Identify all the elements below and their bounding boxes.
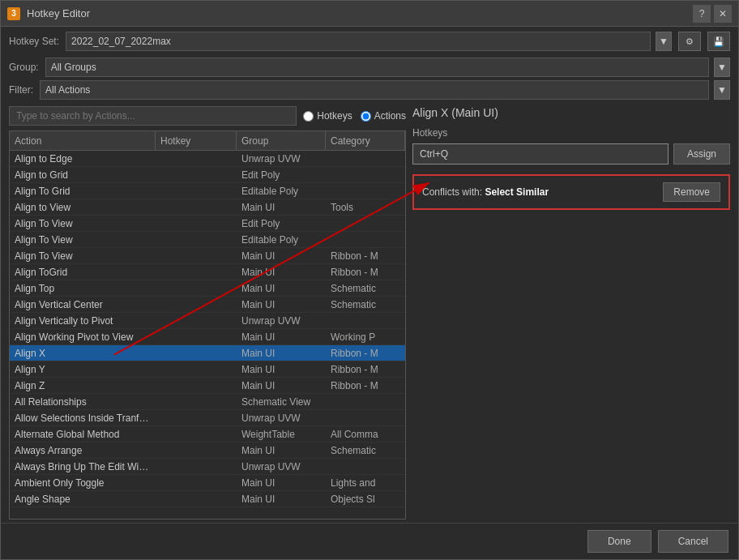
filter-dropdown[interactable]: All Actions [40,80,709,100]
remove-button[interactable]: Remove [663,182,720,202]
radio-hotkeys-input[interactable] [303,111,314,122]
table-row[interactable]: Align Z Main UI Ribbon - M [10,378,405,394]
th-category: Category [326,131,405,150]
table-row[interactable]: All Relationships Schematic View [10,394,405,410]
td-action: Always Bring Up The Edit Window [10,461,156,472]
filter-arrow[interactable]: ▼ [714,80,730,100]
table-row[interactable]: Align Vertical Center Main UI Schematic [10,297,405,313]
table-row[interactable]: Always Bring Up The Edit Window Unwrap U… [10,459,405,475]
table-row[interactable]: Align ToGrid Main UI Ribbon - M [10,264,405,280]
td-action: Align to Edge [10,153,156,165]
table-body[interactable]: Align to Edge Unwrap UVW Align to Grid E… [9,150,406,519]
td-group: Schematic View [237,396,326,408]
table-row[interactable]: Align To View Editable Poly [10,232,405,248]
table-row[interactable]: Align To View Main UI Ribbon - M [10,248,405,264]
td-action: Align To View [10,250,156,262]
close-button[interactable]: ✕ [714,5,732,23]
hotkey-set-arrow[interactable]: ▼ [656,32,672,51]
table-row[interactable]: Align Working Pivot to View Main UI Work… [10,329,405,345]
td-action: Align X [10,348,156,359]
save-button[interactable]: 💾 [707,32,730,51]
group-arrow[interactable]: ▼ [714,58,730,77]
hotkeys-section-label: Hotkeys [412,127,730,139]
table-row[interactable]: Ambient Only Toggle Main UI Lights and [10,475,405,491]
td-group: Main UI [237,445,326,456]
hotkey-input[interactable] [412,143,669,165]
radio-group: Hotkeys Actions [303,110,406,122]
table-row[interactable]: Align X Main UI Ribbon - M [10,345,405,361]
dialog-title: Hotkey Editor [27,7,90,19]
filter-label: Filter: [9,84,33,96]
table-row[interactable]: Angle Shape Main UI Objects Sl [10,491,405,507]
table-row[interactable]: Always Arrange Main UI Schematic [10,442,405,459]
hotkey-set-label: Hotkey Set: [9,36,59,47]
td-group: Main UI [237,202,326,213]
td-group: Editable Poly [237,234,326,246]
right-panel: Align X (Main UI) Hotkeys Assign Conflic… [412,106,730,519]
td-category: All Comma [326,429,405,440]
title-bar: 3 Hotkey Editor ? ✕ [1,1,738,27]
table-header: Action Hotkey Group Category [9,130,406,150]
td-category: Schematic [326,283,405,294]
td-category: Schematic [326,299,405,310]
th-hotkey: Hotkey [156,131,237,150]
table-row[interactable]: Alternate Global Method WeightTable All … [10,426,405,442]
td-group: Main UI [237,380,326,391]
td-action: Ambient Only Toggle [10,477,156,489]
conflict-text: Conflicts with: Select Similar [422,186,549,198]
td-category: Ribbon - M [326,364,405,375]
td-action: All Relationships [10,396,156,408]
td-group: Main UI [237,267,326,278]
td-group: Unwrap UVW [237,153,326,165]
td-group: Main UI [237,364,326,375]
app-icon: 3 [7,7,20,20]
td-action: Align Y [10,364,156,375]
td-group: Main UI [237,283,326,294]
table-row[interactable]: Align to View Main UI Tools [10,199,405,216]
conflict-action: Select Similar [485,186,549,198]
td-group: Editable Poly [237,186,326,197]
table-row[interactable]: Align Vertically to Pivot Unwrap UVW [10,313,405,329]
radio-hotkeys-label: Hotkeys [317,110,352,122]
td-category: Tools [326,202,405,213]
td-action: Allow Selections Inside Tranform ... [10,413,156,424]
td-action: Align Working Pivot to View [10,331,156,343]
radio-hotkeys[interactable]: Hotkeys [303,110,352,122]
done-button[interactable]: Done [587,530,651,553]
table-row[interactable]: Align To Grid Editable Poly [10,183,405,199]
radio-actions-label: Actions [374,110,406,122]
filter-row: Filter: All Actions ▼ [1,79,738,103]
td-action: Always Arrange [10,445,156,456]
group-row: Group: All Groups ▼ [1,56,738,79]
td-category: Ribbon - M [326,380,405,391]
table-row[interactable]: Align to Edge Unwrap UVW [10,151,405,167]
hotkey-set-row: Hotkey Set: 2022_02_07_2022max ▼ ⚙ 💾 [1,27,738,56]
td-group: WeightTable [237,429,326,440]
table-row[interactable]: Align Top Main UI Schematic [10,280,405,297]
radio-actions[interactable]: Actions [361,110,406,122]
td-action: Align Top [10,283,156,294]
table-row[interactable]: Align Y Main UI Ribbon - M [10,361,405,378]
radio-actions-input[interactable] [361,111,371,122]
help-button[interactable]: ? [693,5,711,23]
table-row[interactable]: Align To View Edit Poly [10,216,405,232]
settings-button[interactable]: ⚙ [678,32,701,51]
td-group: Main UI [237,348,326,359]
td-action: Align To Grid [10,186,156,197]
td-group: Unwrap UVW [237,315,326,327]
td-category: Objects Sl [326,494,405,505]
td-group: Edit Poly [237,169,326,181]
group-dropdown[interactable]: All Groups [45,58,709,77]
table-row[interactable]: Align to Grid Edit Poly [10,167,405,183]
td-category: Working P [326,331,405,343]
td-category: Ribbon - M [326,348,405,359]
td-action: Align To View [10,234,156,246]
cancel-button[interactable]: Cancel [658,530,728,553]
assign-button[interactable]: Assign [673,143,730,165]
hotkey-set-dropdown[interactable]: 2022_02_07_2022max [66,32,651,51]
td-group: Unwrap UVW [237,413,326,424]
search-input[interactable] [9,106,297,126]
search-row: Hotkeys Actions [9,106,406,126]
right-panel-title: Align X (Main UI) [412,106,730,119]
table-row[interactable]: Allow Selections Inside Tranform ... Unw… [10,410,405,426]
